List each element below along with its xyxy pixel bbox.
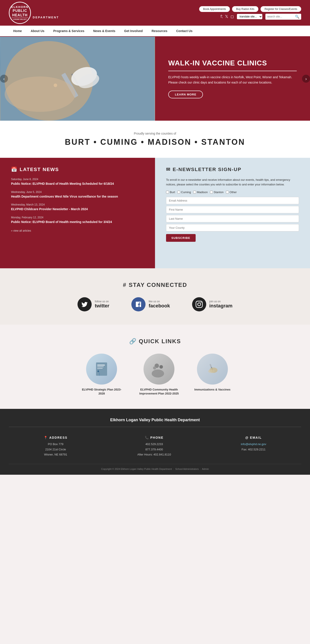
news-headline-4[interactable]: Public Notice: ELVPHD Board of Health me… [11,220,144,224]
hero-prev-button[interactable]: ‹ [0,75,8,83]
quick-link-strategic[interactable]: ELVPHD Strategic Plan 2023-2028 [79,354,124,396]
latest-news-title: 📅 LATEST NEWS [11,167,144,172]
search-icon[interactable]: 🔍 [295,14,300,19]
twitter-connect-text: follow us on twitter [95,300,109,309]
footer-address-title: 📍 ADDRESS [44,436,67,439]
logo[interactable]: ELKHORN PUBLIC HEALTH LOGAN VALLEY DEPAR… [9,2,59,24]
footer-phone-2: 877.379.4400 [137,447,171,452]
svg-rect-8 [96,362,107,376]
county-field[interactable] [166,224,299,232]
checkbox-madison[interactable]: Madison [193,190,208,194]
news-date-1: Saturday, June 8, 2024 [11,178,144,181]
view-all-articles-link[interactable]: » view all articles [11,229,31,232]
checkbox-stanton-input[interactable] [210,191,213,194]
footer-email-title: @ EMAIL [241,436,266,439]
translate-select[interactable]: translate site... [237,14,262,19]
register-classes-button[interactable]: Register for Classes/Events [261,6,301,12]
footer-bottom: Copyright © 2024 Elkhorn Logan Valley Pu… [9,464,301,470]
svg-point-21 [208,370,214,373]
admin-link[interactable]: Admin [202,468,209,470]
instagram-connect-text: join us on instagram [209,300,233,309]
svg-rect-9 [97,365,105,366]
svg-point-15 [159,365,163,369]
nav-programs-services[interactable]: Programs & Services [49,26,89,36]
footer-email: @ EMAIL info@elvphd.ne.gov Fax: 402.529.… [241,436,266,457]
instagram-big-icon [192,297,206,312]
twitter-connect[interactable]: follow us on twitter [77,297,109,312]
footer-phone-title: 📞 PHONE [137,436,171,439]
news-headline-2[interactable]: Health Department continues West Nile Vi… [11,194,144,199]
footer-phone: 📞 PHONE 402.529.2233 877.379.4400 After … [137,436,171,457]
checkbox-cuming[interactable]: Cuming [177,190,191,194]
quick-link-items: ELVPHD Strategic Plan 2023-2028 ELVPHD C… [9,354,301,396]
nav-contact-us[interactable]: Contact Us [172,26,197,36]
footer-address-line2: 2104 21st Circle [44,447,67,452]
nav-news-events[interactable]: News & Events [89,26,120,36]
facebook-connect-text: like us on facebook [149,300,170,309]
facebook-top-icon[interactable]: f; [221,14,223,19]
footer-address-line1: PO Box 779 [44,442,67,447]
news-item-3: Wednesday, March 13, 2024 ELVPHD Childca… [11,203,144,212]
svg-point-5 [5,76,75,112]
checkbox-cuming-input[interactable] [177,191,180,194]
footer-columns: 📍 ADDRESS PO Box 779 2104 21st Circle Wi… [9,432,301,464]
footer-email-link[interactable]: info@elvphd.ne.gov [241,442,266,446]
instagram-connect[interactable]: join us on instagram [192,297,233,312]
news-headline-3[interactable]: ELVPHD Childcare Provider Newsletter - M… [11,207,144,212]
facebook-big-icon [131,297,145,312]
quick-link-community[interactable]: ELVPHD Community Health Improvement Plan… [137,354,181,396]
logo-text: DEPARTMENT [33,16,59,19]
checkbox-burt-input[interactable] [166,191,169,194]
nav-resources[interactable]: Resources [147,26,172,36]
email-icon: @ [245,436,249,439]
news-item-4: Monday, February 12, 2024 Public Notice:… [11,216,144,224]
latest-news-section: 📅 LATEST NEWS Saturday, June 8, 2024 Pub… [0,158,155,268]
link-icon: 🔗 [129,338,137,345]
nav-about-us[interactable]: About Us [26,26,49,36]
svg-point-13 [97,370,99,372]
footer-phone-3: After Hours: 402.841.8110 [137,452,171,457]
svg-point-17 [152,370,164,378]
checkbox-madison-input[interactable] [193,191,196,194]
search-input[interactable] [267,15,294,18]
checkbox-other[interactable]: Other [226,190,237,194]
checkbox-stanton[interactable]: Stanton [210,190,224,194]
quick-links-title: 🔗 QUICK LINKS [9,338,301,345]
subscribe-button[interactable]: SUBSCRIBE [166,234,196,242]
checkbox-burt[interactable]: Burt [166,190,175,194]
stay-connected-title: # STAY CONNECTED [9,282,301,288]
top-bar: ELKHORN PUBLIC HEALTH LOGAN VALLEY DEPAR… [0,0,310,26]
immunizations-image [197,354,228,384]
nav-home[interactable]: Home [9,26,26,36]
buy-radon-kits-button[interactable]: Buy Radon Kits [232,6,258,12]
news-date-2: Wednesday, June 5, 2024 [11,190,144,194]
hero-next-button[interactable]: › [302,75,310,83]
counties-list: BURT • CUMING • MADISON • STANTON [9,138,301,147]
first-name-field[interactable] [166,206,299,213]
hero-image [0,37,155,121]
quick-link-img-strategic [86,354,117,384]
quick-link-immunizations[interactable]: Immunizations & Vaccines [194,354,230,396]
nav-get-involved[interactable]: Get Involved [120,26,147,36]
svg-rect-10 [97,366,104,367]
news-headline-1[interactable]: Public Notice: ELVPHD Board of Health Me… [11,182,144,186]
community-plan-label: ELVPHD Community Health Improvement Plan… [137,388,181,396]
email-field[interactable] [166,197,299,204]
book-appointments-button[interactable]: Book Appointments [199,6,230,12]
twitter-big-icon [77,297,92,312]
newsletter-description: To enroll in our e-newsletter and receiv… [166,178,299,187]
school-administrators-link[interactable]: School Administrators [175,468,199,470]
footer-phone-1: 402.529.2233 [137,442,171,447]
facebook-connect[interactable]: like us on facebook [131,297,170,312]
learn-more-button[interactable]: LEARN MORE [168,90,203,98]
instagram-top-icon[interactable]: ◻ [231,14,234,19]
checkbox-other-input[interactable] [226,191,229,194]
county-checkboxes: Burt Cuming Madison Stanton Other [166,190,299,194]
counties-section: Proudly serving the counties of BURT • C… [0,121,310,158]
stay-connected-section: # STAY CONNECTED follow us on twitter li… [0,268,310,325]
last-name-field[interactable] [166,215,299,222]
news-item-1: Saturday, June 8, 2024 Public Notice: EL… [11,178,144,186]
twitter-top-icon[interactable]: 𝕏 [225,14,228,19]
newsletter-title: ✉ E-NEWSLETTER SIGN-UP [166,167,299,172]
news-newsletter-section: 📅 LATEST NEWS Saturday, June 8, 2024 Pub… [0,158,310,268]
